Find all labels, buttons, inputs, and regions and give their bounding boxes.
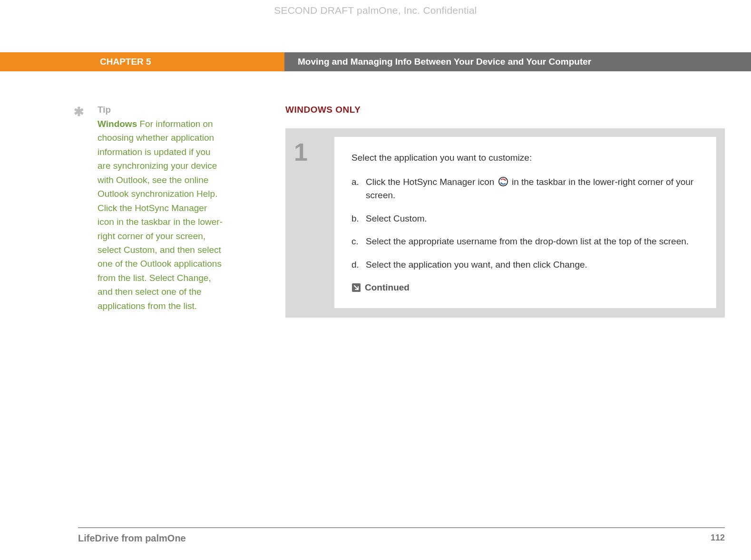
- chapter-label: CHAPTER 5: [0, 52, 284, 71]
- svg-point-0: [498, 177, 507, 185]
- substep-text-d: Select the application you want, and the…: [366, 258, 699, 272]
- watermark-text: SECOND DRAFT palmOne, Inc. Confidential: [0, 5, 751, 16]
- substep-letter-a: a.: [351, 175, 366, 203]
- footer-page-number: 112: [711, 533, 725, 543]
- asterisk-icon: ✱: [74, 105, 84, 119]
- step-number: 1: [294, 137, 334, 308]
- substep-b: b. Select Custom.: [351, 212, 699, 226]
- continued-row: Continued: [351, 281, 699, 295]
- step-box: 1 Select the application you want to cus…: [285, 128, 725, 318]
- substep-text-a: Click the HotSync Manager icon in the ta…: [366, 175, 699, 203]
- header-bar: CHAPTER 5 Moving and Managing Info Betwe…: [0, 52, 751, 71]
- substep-letter-c: c.: [351, 235, 366, 249]
- tip-body: Windows For information on choosing whet…: [98, 117, 226, 313]
- substep-text-c: Select the appropriate username from the…: [366, 235, 699, 249]
- substep-text-b: Select Custom.: [366, 212, 699, 226]
- tip-rest: For information on choosing whether appl…: [98, 119, 223, 311]
- down-right-arrow-icon: [351, 283, 361, 292]
- substep-letter-b: b.: [351, 212, 366, 226]
- substep-d: d. Select the application you want, and …: [351, 258, 699, 272]
- continued-label: Continued: [365, 281, 410, 295]
- tip-label: Tip: [98, 105, 231, 115]
- tip-block: ✱ Tip Windows For information on choosin…: [78, 105, 231, 313]
- hotsync-icon: [498, 176, 508, 187]
- step-content: Select the application you want to custo…: [334, 137, 716, 308]
- substep-a-pre: Click the HotSync Manager icon: [366, 177, 497, 187]
- tip-bold-start: Windows: [98, 119, 137, 129]
- main-column: WINDOWS ONLY 1 Select the application yo…: [285, 105, 725, 318]
- step-intro: Select the application you want to custo…: [351, 151, 699, 165]
- footer-title: LifeDrive from palmOne: [78, 533, 186, 544]
- content-area: ✱ Tip Windows For information on choosin…: [0, 105, 751, 560]
- substep-letter-d: d.: [351, 258, 366, 272]
- windows-only-label: WINDOWS ONLY: [285, 105, 725, 115]
- chapter-title: Moving and Managing Info Between Your De…: [284, 52, 751, 71]
- footer: LifeDrive from palmOne 112: [78, 527, 725, 544]
- substep-a: a. Click the HotSync Manager icon in the…: [351, 175, 699, 203]
- substep-c: c. Select the appropriate username from …: [351, 235, 699, 249]
